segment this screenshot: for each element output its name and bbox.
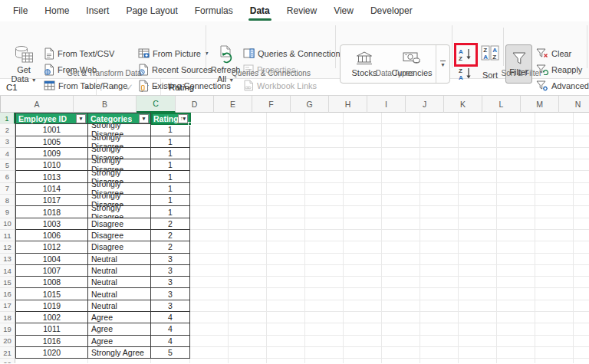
cell-I11[interactable] — [382, 230, 420, 241]
row-header-1[interactable]: 1 — [0, 113, 15, 124]
row-header-21[interactable]: 21 — [0, 347, 15, 359]
cell-L12[interactable] — [497, 241, 535, 253]
cell-H16[interactable] — [344, 288, 382, 300]
cell-N15[interactable] — [574, 277, 589, 288]
cell-E6[interactable] — [229, 171, 267, 182]
cell-H12[interactable] — [344, 241, 382, 253]
cell-G15[interactable] — [305, 277, 344, 288]
cell-A6[interactable]: 1013 — [15, 171, 88, 182]
cell-M9[interactable] — [535, 206, 574, 218]
cell-C5[interactable]: 1 — [151, 159, 190, 171]
cell-H6[interactable] — [344, 171, 382, 182]
cell-F1[interactable] — [267, 113, 305, 124]
cell-K13[interactable] — [459, 254, 497, 265]
cell-A16[interactable]: 1015 — [15, 288, 88, 300]
cell-G14[interactable] — [305, 265, 344, 277]
cell-E10[interactable] — [229, 218, 267, 230]
cell-D17[interactable] — [190, 300, 229, 312]
cell-M7[interactable] — [535, 183, 574, 195]
cell-N21[interactable] — [574, 347, 589, 359]
autofilter-button-B[interactable]: ▾ — [139, 114, 149, 123]
column-header-G[interactable]: G — [291, 96, 329, 113]
cell-C11[interactable]: 2 — [151, 230, 190, 241]
row-header-5[interactable]: 5 — [0, 159, 15, 171]
cell-I6[interactable] — [382, 171, 420, 182]
column-header-E[interactable]: E — [214, 96, 252, 113]
cell-I19[interactable] — [382, 323, 420, 335]
cell-L9[interactable] — [497, 206, 535, 218]
cell-B13[interactable]: Neutral — [88, 254, 151, 265]
row-header-7[interactable]: 7 — [0, 183, 15, 195]
cell-D11[interactable] — [190, 230, 229, 241]
row-header-14[interactable]: 14 — [0, 265, 15, 277]
cell-C1[interactable]: Rating↑▾ — [151, 113, 190, 124]
cell-J8[interactable] — [420, 195, 459, 206]
cell-E18[interactable] — [229, 312, 267, 323]
cell-C3[interactable]: 1 — [151, 136, 190, 148]
cell-E22[interactable] — [229, 359, 267, 363]
cell-J16[interactable] — [420, 288, 459, 300]
from-text-csv-button[interactable]: From Text/CSV — [44, 45, 127, 61]
cell-D12[interactable] — [190, 241, 229, 253]
cell-M12[interactable] — [535, 241, 574, 253]
cell-D15[interactable] — [190, 277, 229, 288]
cell-C21[interactable]: 5 — [151, 347, 190, 359]
cell-M13[interactable] — [535, 254, 574, 265]
cell-I1[interactable] — [382, 113, 420, 124]
cell-D9[interactable] — [190, 206, 229, 218]
cell-N12[interactable] — [574, 241, 589, 253]
cell-K6[interactable] — [459, 171, 497, 182]
cell-J1[interactable] — [420, 113, 459, 124]
cell-G22[interactable] — [305, 359, 344, 363]
cell-K12[interactable] — [459, 241, 497, 253]
cell-F10[interactable] — [267, 218, 305, 230]
cell-L15[interactable] — [497, 277, 535, 288]
autofilter-button-A[interactable]: ▾ — [76, 114, 86, 123]
cell-M15[interactable] — [535, 277, 574, 288]
cell-L1[interactable] — [497, 113, 535, 124]
tab-data[interactable]: Data — [242, 0, 278, 21]
cell-A15[interactable]: 1008 — [15, 277, 88, 288]
cell-E2[interactable] — [229, 124, 267, 136]
cell-N11[interactable] — [574, 230, 589, 241]
row-header-6[interactable]: 6 — [0, 171, 15, 182]
row-header-2[interactable]: 2 — [0, 124, 15, 136]
cell-L19[interactable] — [497, 323, 535, 335]
cell-B10[interactable]: Disagree — [88, 218, 151, 230]
column-header-M[interactable]: M — [521, 96, 559, 113]
cell-B8[interactable]: Strongly Disagree — [88, 195, 151, 206]
cell-N1[interactable] — [574, 113, 589, 124]
cell-G2[interactable] — [305, 124, 344, 136]
refresh-all-button[interactable]: Refresh All ▼ — [209, 44, 242, 84]
cell-A1[interactable]: Employee ID▾ — [15, 113, 88, 124]
cell-J3[interactable] — [420, 136, 459, 148]
cell-F4[interactable] — [267, 148, 305, 159]
cell-C2[interactable]: 1 — [151, 124, 190, 136]
cell-A14[interactable]: 1007 — [15, 265, 88, 277]
row-header-22[interactable]: 22 — [0, 359, 15, 363]
cell-N20[interactable] — [574, 336, 589, 347]
tab-view[interactable]: View — [325, 0, 362, 21]
cell-J2[interactable] — [420, 124, 459, 136]
cell-H10[interactable] — [344, 218, 382, 230]
cell-B19[interactable]: Agree — [88, 323, 151, 335]
column-header-B[interactable]: B — [74, 96, 137, 113]
cell-G11[interactable] — [305, 230, 344, 241]
cell-H1[interactable] — [344, 113, 382, 124]
cell-F3[interactable] — [267, 136, 305, 148]
cell-N7[interactable] — [574, 183, 589, 195]
cell-B6[interactable]: Strongly Disagree — [88, 171, 151, 182]
cell-F2[interactable] — [267, 124, 305, 136]
cell-E4[interactable] — [229, 148, 267, 159]
cell-K7[interactable] — [459, 183, 497, 195]
cell-H2[interactable] — [344, 124, 382, 136]
cell-D13[interactable] — [190, 254, 229, 265]
cell-H14[interactable] — [344, 265, 382, 277]
tab-review[interactable]: Review — [278, 0, 325, 21]
cell-G13[interactable] — [305, 254, 344, 265]
cell-H21[interactable] — [344, 347, 382, 359]
cell-M19[interactable] — [535, 323, 574, 335]
cell-A8[interactable]: 1017 — [15, 195, 88, 206]
cell-N22[interactable] — [574, 359, 589, 363]
cell-G18[interactable] — [305, 312, 344, 323]
